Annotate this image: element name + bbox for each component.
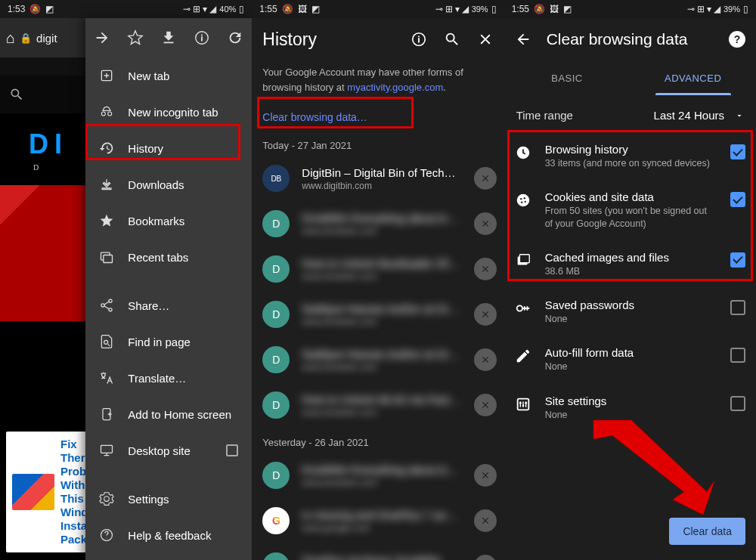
status-bar: 1:55 🔕 🖼 ◩ ⊸ ⊞ ▾ ◢ 39% ▯: [252, 0, 503, 18]
svg-point-4: [109, 299, 112, 302]
menu-share[interactable]: Share…: [85, 287, 252, 323]
delete-item-button[interactable]: [474, 509, 497, 532]
menu-history[interactable]: History: [85, 130, 252, 166]
delete-item-button[interactable]: [474, 303, 497, 326]
screenshot-icon: ◩: [563, 4, 572, 14]
history-item[interactable]: DB DigitBin – Digital Bin of Technology …: [252, 156, 503, 201]
history-item-blurred[interactable]: D OnePlus Archives DroidWindroidwin: [252, 543, 503, 560]
back-icon[interactable]: [515, 31, 531, 48]
delete-item-button[interactable]: [474, 212, 497, 235]
edit-icon: [515, 348, 531, 364]
tab-advanced[interactable]: ADVANCED: [630, 60, 756, 95]
time-range-row[interactable]: Time range Last 24 Hours: [504, 95, 756, 132]
checkbox-on[interactable]: [730, 252, 745, 268]
delete-item-button[interactable]: [474, 348, 497, 371]
clock-icon: [515, 144, 531, 161]
help-icon[interactable]: ?: [729, 31, 745, 48]
menu-downloads[interactable]: Downloads: [85, 166, 252, 203]
status-bar: 1:53 🔕 ◩ ⊸ ⊞ ▾ ◢ 40% ▯: [0, 0, 252, 18]
delete-item-button[interactable]: [474, 258, 497, 280]
digitbin-sublogo: D: [0, 163, 85, 172]
menu-find-in-page[interactable]: Find in page: [85, 323, 252, 360]
menu-label: History: [128, 142, 163, 155]
info-icon[interactable]: [194, 29, 210, 46]
row-title: Cached images and files: [545, 251, 717, 264]
history-item-blurred[interactable]: G Is missing and OnePlus 7 androidwww.go…: [252, 498, 503, 543]
share-icon: [99, 298, 114, 313]
help-icon: [99, 528, 114, 543]
menu-new-tab[interactable]: New tab: [85, 57, 252, 94]
download-icon[interactable]: [160, 29, 177, 46]
row-site-settings[interactable]: Site settingsNone: [504, 384, 756, 432]
menu-new-incognito[interactable]: New incognito tab: [85, 94, 252, 130]
screenshot-icon: ◩: [45, 4, 54, 14]
menu-label: New tab: [128, 70, 169, 82]
tab-basic[interactable]: BASIC: [504, 60, 631, 95]
clear-browsing-data-link[interactable]: Clear browsing data…: [252, 104, 503, 131]
menu-label: Recent tabs: [128, 251, 188, 264]
history-item-blurred[interactable]: D DroidWin Everything about Andrwww.droi…: [252, 453, 503, 498]
menu-help[interactable]: Help & feedback: [85, 517, 252, 553]
menu-recent-tabs[interactable]: Recent tabs: [85, 239, 252, 275]
row-browsing-history[interactable]: Browsing history33 items (and more on sy…: [504, 132, 756, 180]
translate-icon: [99, 370, 114, 385]
incognito-icon: [99, 104, 114, 119]
delete-item-button[interactable]: [474, 394, 497, 416]
menu-label: Desktop site: [128, 444, 191, 457]
close-icon[interactable]: [477, 31, 494, 48]
menu-label: Share…: [128, 299, 169, 312]
menu-desktop-site[interactable]: Desktop site: [85, 432, 252, 469]
checkbox-off[interactable]: [730, 396, 745, 411]
menu-settings[interactable]: Settings: [85, 481, 252, 517]
status-battery: 39%: [472, 5, 488, 14]
menu-translate[interactable]: Translate…: [85, 360, 252, 396]
history-item-blurred[interactable]: D Sadique Hassan Author at Droidwww.droi…: [252, 292, 503, 337]
checkbox-on[interactable]: [730, 192, 745, 207]
svg-point-14: [520, 198, 522, 200]
history-item-blurred[interactable]: D How to Unlock Mi A3 via FastBootwww.dr…: [252, 382, 503, 428]
clear-data-button[interactable]: Clear data: [669, 518, 745, 545]
cast-icon: ⊞: [445, 4, 453, 14]
history-item-blurred[interactable]: D How to Unlock Bootloader Of Drwww.droi…: [252, 246, 503, 292]
site-avatar: D: [262, 462, 290, 489]
row-cache[interactable]: Cached images and files38.6 MB: [504, 240, 756, 288]
info-icon[interactable]: [411, 31, 427, 48]
myactivity-link[interactable]: myactivity.google.com: [347, 82, 443, 93]
delete-item-button[interactable]: [474, 464, 497, 487]
row-autofill[interactable]: Auto-fill form dataNone: [504, 336, 756, 383]
checkbox-off[interactable]: [730, 300, 745, 315]
delete-item-button[interactable]: [474, 167, 497, 190]
menu-add-home[interactable]: Add to Home screen: [85, 396, 252, 432]
svg-point-7: [104, 340, 108, 344]
checkbox-on[interactable]: [730, 144, 745, 159]
search-icon[interactable]: [444, 31, 460, 48]
delete-item-button[interactable]: [474, 555, 497, 560]
history-header: History: [252, 18, 503, 60]
key-icon: ⊸: [435, 4, 443, 14]
image-icon: 🖼: [298, 4, 307, 14]
menu-bookmarks[interactable]: Bookmarks: [85, 203, 252, 239]
site-avatar: D: [262, 552, 290, 560]
reload-icon[interactable]: [227, 29, 243, 46]
row-sub: None: [545, 409, 717, 421]
desktop-site-checkbox[interactable]: [226, 444, 238, 456]
row-passwords[interactable]: Saved passwordsNone: [504, 288, 756, 336]
history-item-blurred[interactable]: D DroidWin Everything about Androwww.dro…: [252, 201, 503, 246]
article-card[interactable]: Fix There is Problem With This Windows I…: [6, 432, 91, 552]
svg-point-17: [524, 201, 525, 203]
history-item-blurred[interactable]: D Sadique Hassan Author at Droidwww.droi…: [252, 337, 503, 382]
site-avatar: D: [262, 346, 290, 373]
find-icon: [99, 334, 114, 349]
address-bar[interactable]: ⌂ 🔒 digit: [0, 18, 85, 57]
forward-icon[interactable]: [94, 29, 110, 46]
page-search-bar[interactable]: [0, 76, 85, 113]
svg-point-20: [516, 305, 522, 311]
svg-point-16: [521, 202, 522, 203]
signal-icon: ◢: [209, 4, 216, 14]
star-icon[interactable]: [127, 29, 144, 46]
clear-data-header: Clear browsing data ?: [504, 18, 756, 60]
checkbox-off[interactable]: [730, 348, 745, 363]
home-icon[interactable]: ⌂: [6, 29, 15, 47]
status-time: 1:53: [8, 4, 25, 14]
row-cookies[interactable]: Cookies and site dataFrom 50 sites (you …: [504, 180, 756, 240]
